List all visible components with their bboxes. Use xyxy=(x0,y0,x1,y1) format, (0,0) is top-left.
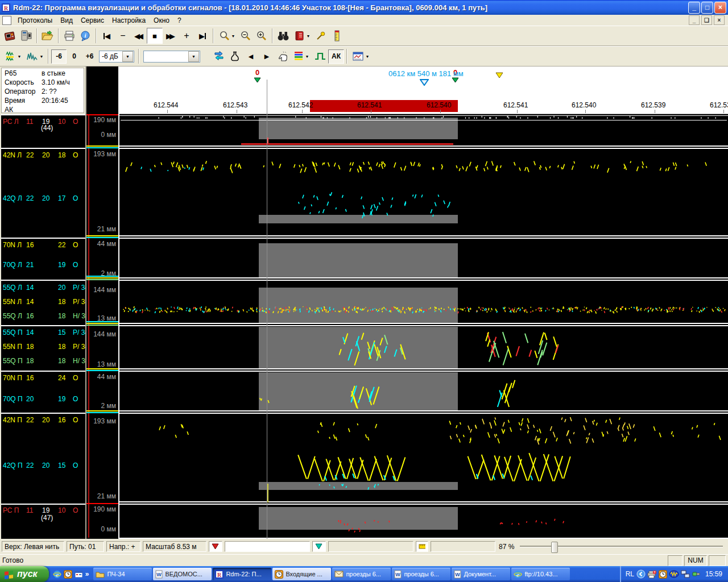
dropdown-arrow-icon[interactable]: ▼ xyxy=(366,55,370,59)
quick-launch-scheduler-icon[interactable] xyxy=(75,570,83,579)
registrator-icon[interactable] xyxy=(18,28,34,44)
task-button-6[interactable]: Wпроезды 6... xyxy=(392,568,450,580)
menu-item-2[interactable]: Вид xyxy=(56,16,77,25)
forward-icon[interactable]: ▶▶ xyxy=(163,28,179,44)
toolbar-combobox[interactable]: -6 дБ▼ xyxy=(99,51,134,63)
task-button-5[interactable]: проезды 6... xyxy=(332,568,391,580)
green-marker-icon[interactable] xyxy=(254,77,261,83)
dropdown-arrow-icon[interactable]: ▼ xyxy=(231,34,235,38)
toolbar-button-ак[interactable]: АК xyxy=(328,49,344,64)
restore-button[interactable]: □ xyxy=(701,2,713,14)
svg-text:e: e xyxy=(516,571,519,577)
channel-block-separator xyxy=(1,238,85,239)
plus-icon[interactable]: + xyxy=(179,28,195,44)
km-ruler-header[interactable]: 612.544612.543612.542612.541612.540612.5… xyxy=(119,66,728,114)
quick-launch-clock-icon[interactable] xyxy=(64,570,72,579)
task-button-1[interactable]: ПЧ-34 xyxy=(93,568,152,580)
notebook-icon[interactable]: ▼ xyxy=(291,28,313,44)
clock-icon[interactable] xyxy=(659,570,667,579)
swap-arrows-icon[interactable] xyxy=(211,48,227,64)
mdi-close-button[interactable]: × xyxy=(714,15,725,25)
yellow-ruler-icon[interactable] xyxy=(416,541,428,552)
mdi-minimize-button[interactable]: _ xyxy=(689,15,700,25)
info-label: Скорость xyxy=(5,78,34,86)
km-tick-mark xyxy=(655,110,655,113)
quick-launch-overflow-chevron[interactable]: » xyxy=(85,570,89,578)
rewind-icon[interactable]: ◀◀ xyxy=(131,28,147,44)
red-triangle-icon[interactable] xyxy=(209,541,222,552)
printer-alert-icon[interactable]: ? xyxy=(647,570,657,579)
green-marker-icon[interactable] xyxy=(452,77,459,83)
combobox-dropdown-arrow[interactable]: ▼ xyxy=(188,51,199,62)
right-icon[interactable]: ▶ xyxy=(259,48,275,64)
position-cursor-line[interactable] xyxy=(267,80,267,539)
status-cell-3: Напр.: + xyxy=(106,541,140,552)
left-icon[interactable]: ◀ xyxy=(243,48,259,64)
zoom-in-icon[interactable] xyxy=(254,28,270,44)
menu-item-4[interactable]: Настройка xyxy=(108,16,150,25)
layers-icon[interactable]: ▼ xyxy=(291,48,312,64)
waveform-icon[interactable]: ▼ xyxy=(2,48,24,64)
task-button-4[interactable]: Входящие ... xyxy=(272,568,331,580)
print-icon[interactable] xyxy=(61,28,77,44)
mdi-document-icon[interactable] xyxy=(2,16,11,25)
menu-item-5[interactable]: Окно xyxy=(150,16,173,25)
stop-icon[interactable]: ■ xyxy=(147,28,163,44)
task-button-2[interactable]: WВЕДОМОС... xyxy=(153,568,212,580)
wave-monitor-icon[interactable] xyxy=(669,570,679,578)
toolbar-button--6[interactable]: -6 xyxy=(51,49,67,64)
chevron-left-icon[interactable] xyxy=(636,569,646,579)
dropdown-arrow-icon[interactable]: ▼ xyxy=(307,34,311,38)
minimize-button[interactable]: _ xyxy=(688,2,700,14)
zoom-out-icon[interactable] xyxy=(238,28,254,44)
ruler-icon[interactable] xyxy=(329,28,345,44)
skip-start-icon[interactable]: ◀ xyxy=(99,28,115,44)
blue-marker-icon[interactable] xyxy=(420,79,429,86)
channel-name: 55Q Л xyxy=(3,284,22,292)
step-icon[interactable] xyxy=(312,48,328,64)
pin-icon[interactable] xyxy=(313,28,329,44)
menu-item-3[interactable]: Сервис xyxy=(77,16,108,25)
dropdown-arrow-icon[interactable]: ▼ xyxy=(305,55,309,59)
word-icon: W xyxy=(454,570,461,579)
clock-time[interactable]: 15:59 xyxy=(705,570,722,578)
dropdown-arrow-icon[interactable]: ▼ xyxy=(40,55,44,59)
defectoscope-icon[interactable] xyxy=(2,28,18,44)
menu-item-6[interactable]: ? xyxy=(173,16,185,25)
zoom-icon[interactable]: ▼ xyxy=(216,28,238,44)
quick-launch-ie-icon[interactable]: e xyxy=(53,570,61,579)
skip-end-icon[interactable]: ▶ xyxy=(195,28,210,44)
mdi-restore-button[interactable]: ❏ xyxy=(701,15,712,25)
minus-icon[interactable]: − xyxy=(115,28,131,44)
signal-plot-canvas[interactable] xyxy=(119,114,728,539)
flask-icon[interactable] xyxy=(227,48,243,64)
slider-thumb[interactable] xyxy=(551,542,558,553)
zoom-slider[interactable] xyxy=(518,541,726,552)
usb-icon[interactable] xyxy=(692,570,701,578)
spectrum-icon[interactable]: ▼ xyxy=(24,48,46,64)
cyan-triangle-icon[interactable] xyxy=(312,541,326,552)
network-icon[interactable] xyxy=(681,570,690,578)
task-button-3[interactable]: RRdm-22: П... xyxy=(213,568,271,580)
toolbar-separator xyxy=(36,28,38,43)
close-button[interactable]: × xyxy=(714,2,726,14)
channel-v3: 17 xyxy=(58,194,65,202)
hand-icon[interactable] xyxy=(275,48,291,64)
toolbar-button-0[interactable]: 0 xyxy=(67,49,82,64)
binoculars-icon[interactable] xyxy=(275,28,291,44)
combobox-dropdown-arrow[interactable]: ▼ xyxy=(122,51,133,62)
toolbar-button-+6[interactable]: +6 xyxy=(82,49,97,64)
channel-flag: О xyxy=(73,241,78,249)
chart-window-icon[interactable]: ▼ xyxy=(350,48,371,64)
menu-item-1[interactable]: Протоколы xyxy=(14,16,56,25)
start-button[interactable]: пуск xyxy=(0,566,49,582)
status-cell-6 xyxy=(225,541,310,552)
task-button-7[interactable]: WДокумент... xyxy=(452,568,510,580)
info-icon[interactable]: i xyxy=(77,28,93,44)
task-button-8[interactable]: eftp://10.43... xyxy=(511,568,570,580)
yellow-marker-icon[interactable] xyxy=(495,72,503,78)
toolbar-combobox[interactable]: ▼ xyxy=(143,51,200,63)
dropdown-arrow-icon[interactable]: ▼ xyxy=(18,55,22,59)
open-file-icon[interactable] xyxy=(40,28,56,44)
channel-row-РС-П: РС П111910О xyxy=(1,506,85,514)
